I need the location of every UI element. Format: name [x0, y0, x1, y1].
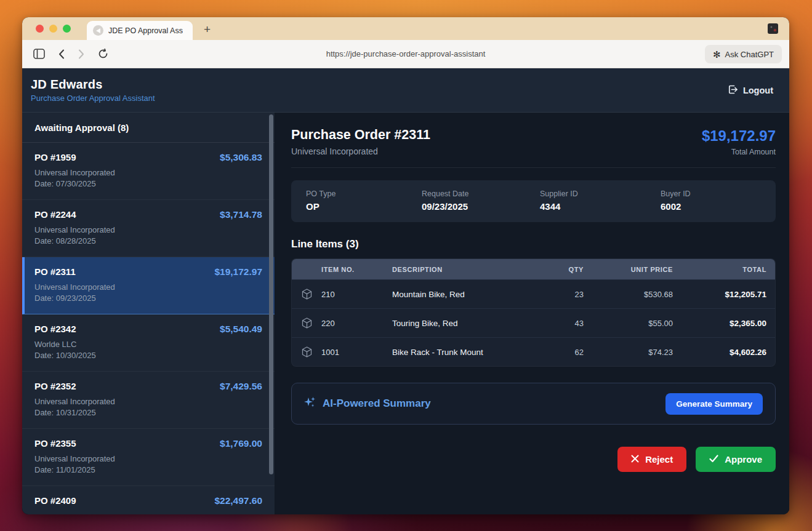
- table-row: 1001 Bike Rack - Trunk Mount 62 $74.23 $…: [292, 337, 775, 366]
- sidebar-scrollbar[interactable]: [268, 113, 275, 514]
- ai-summary-title: AI-Powered Summary: [323, 397, 431, 410]
- po-number: PO #2355: [34, 438, 76, 449]
- cell-qty: 62: [537, 348, 592, 357]
- po-date: Date: 10/31/2025: [34, 407, 262, 418]
- po-amount: $22,497.60: [214, 495, 262, 506]
- po-list-item[interactable]: PO #2409 $22,497.60: [22, 486, 275, 514]
- po-date: Date: 10/30/2025: [34, 350, 262, 361]
- cell-total: $2,365.00: [681, 319, 775, 328]
- detail-header: Purchase Order #2311 Universal Incorpora…: [291, 127, 776, 168]
- ai-summary-panel: AI-Powered Summary Generate Summary: [291, 383, 776, 425]
- po-vendor: Universal Incorporated: [34, 282, 262, 292]
- po-list-item-selected[interactable]: PO #2311 $19,172.97 Universal Incorporat…: [22, 257, 275, 314]
- po-date: Date: 07/30/2025: [34, 178, 262, 189]
- action-buttons: Reject Approve: [291, 447, 776, 472]
- app-title: JD Edwards: [31, 78, 155, 92]
- col-item-no: ITEM NO.: [321, 266, 392, 273]
- po-amount: $5,540.49: [220, 324, 262, 335]
- po-list-item[interactable]: PO #1959 $5,306.83 Universal Incorporate…: [22, 143, 275, 200]
- app-subtitle: Purchase Order Approval Assistant: [31, 94, 155, 103]
- tab-favicon-icon: [93, 25, 103, 36]
- app-header: JD Edwards Purchase Order Approval Assis…: [22, 68, 789, 113]
- cell-total: $12,205.71: [681, 290, 775, 299]
- cell-description: Touring Bike, Red: [392, 319, 537, 328]
- package-icon: [292, 317, 321, 329]
- po-amount: $19,172.97: [214, 266, 262, 277]
- po-list-item[interactable]: PO #2355 $1,769.00 Universal Incorporate…: [22, 429, 275, 486]
- cell-item-no: 1001: [321, 348, 392, 357]
- po-amount: $7,429.56: [220, 381, 262, 392]
- po-date: Date: 08/28/2025: [34, 236, 262, 246]
- po-vendor: Worlde LLC: [34, 339, 262, 349]
- cell-item-no: 210: [321, 290, 392, 299]
- po-list-item[interactable]: PO #2244 $3,714.78 Universal Incorporate…: [22, 200, 275, 257]
- detail-total-amount: $19,172.97: [702, 127, 776, 145]
- address-bar[interactable]: https://jde-purchase-order-approval-assi…: [22, 49, 789, 58]
- line-items-heading: Line Items (3): [291, 238, 776, 250]
- col-total: TOTAL: [681, 266, 775, 273]
- sidebar-heading: Awaiting Approval (8): [22, 113, 275, 143]
- po-number: PO #2244: [34, 209, 76, 220]
- cell-qty: 23: [537, 290, 592, 299]
- po-list-item[interactable]: PO #2352 $7,429.56 Universal Incorporate…: [22, 372, 275, 429]
- cell-unit-price: $74.23: [592, 348, 681, 357]
- tab-title: JDE PO Approval Ass: [108, 26, 183, 35]
- po-amount: $5,306.83: [220, 152, 262, 163]
- new-tab-button[interactable]: +: [204, 23, 211, 35]
- meta-request-date: Request Date 09/23/2025: [422, 190, 540, 212]
- extension-icon[interactable]: [768, 23, 778, 34]
- browser-tab[interactable]: JDE PO Approval Ass: [87, 21, 193, 40]
- po-amount: $1,769.00: [220, 438, 262, 449]
- forward-icon[interactable]: [78, 49, 84, 59]
- close-window-button[interactable]: [36, 25, 44, 33]
- po-date: Date: 09/23/2025: [34, 293, 262, 303]
- table-row: 210 Mountain Bike, Red 23 $530.68 $12,20…: [292, 279, 775, 308]
- cell-unit-price: $530.68: [592, 290, 681, 299]
- approve-button[interactable]: Approve: [696, 447, 776, 472]
- col-description: DESCRIPTION: [392, 266, 537, 273]
- logout-icon: [728, 84, 738, 97]
- browser-toolbar: https://jde-purchase-order-approval-assi…: [22, 40, 789, 68]
- line-items-table: ITEM NO. DESCRIPTION QTY UNIT PRICE TOTA…: [291, 258, 776, 367]
- cell-unit-price: $55.00: [592, 319, 681, 328]
- logout-label: Logout: [743, 86, 773, 95]
- logout-button[interactable]: Logout: [728, 84, 773, 97]
- po-vendor: Universal Incorporated: [34, 396, 262, 407]
- cell-description: Bike Rack - Trunk Mount: [392, 348, 537, 357]
- cell-item-no: 220: [321, 319, 392, 328]
- po-meta-panel: PO Type OP Request Date 09/23/2025 Suppl…: [291, 180, 776, 222]
- reload-icon[interactable]: [98, 49, 108, 59]
- browser-tab-bar: JDE PO Approval Ass +: [22, 17, 789, 40]
- reject-button[interactable]: Reject: [617, 447, 686, 472]
- po-number: PO #2342: [34, 324, 76, 334]
- generate-summary-button[interactable]: Generate Summary: [665, 393, 763, 415]
- window-controls: [36, 25, 71, 33]
- ask-chatgpt-button[interactable]: ✻ Ask ChatGPT: [705, 45, 782, 63]
- detail-vendor: Universal Incorporated: [291, 146, 430, 156]
- po-date: Date: 11/01/2025: [34, 465, 262, 475]
- col-unit-price: UNIT PRICE: [592, 266, 681, 273]
- check-icon: [709, 454, 718, 465]
- back-icon[interactable]: [58, 49, 65, 59]
- sidebar-scrollbar-thumb[interactable]: [269, 114, 273, 474]
- po-vendor: Universal Incorporated: [34, 225, 262, 235]
- meta-supplier-id: Supplier ID 4344: [540, 190, 661, 212]
- po-list-item[interactable]: PO #2342 $5,540.49 Worlde LLC Date: 10/3…: [22, 314, 275, 372]
- po-number: PO #2409: [34, 495, 76, 506]
- x-icon: [631, 454, 639, 465]
- po-detail-panel: Purchase Order #2311 Universal Incorpora…: [275, 113, 789, 514]
- po-vendor: Universal Incorporated: [34, 453, 262, 464]
- minimize-window-button[interactable]: [49, 25, 57, 33]
- zoom-window-button[interactable]: [63, 25, 71, 33]
- po-number: PO #2352: [34, 381, 76, 391]
- package-icon: [292, 346, 321, 357]
- po-list-sidebar: Awaiting Approval (8) PO #1959 $5,306.83…: [22, 113, 275, 514]
- sparkles-icon: [303, 396, 316, 412]
- cell-total: $4,602.26: [681, 348, 775, 357]
- po-vendor: Universal Incorporated: [34, 167, 262, 178]
- po-number: PO #2311: [34, 266, 76, 277]
- sidebar-toggle-icon[interactable]: [33, 49, 45, 59]
- meta-buyer-id: Buyer ID 6002: [661, 190, 761, 212]
- po-number: PO #1959: [34, 152, 76, 162]
- meta-po-type: PO Type OP: [306, 190, 422, 212]
